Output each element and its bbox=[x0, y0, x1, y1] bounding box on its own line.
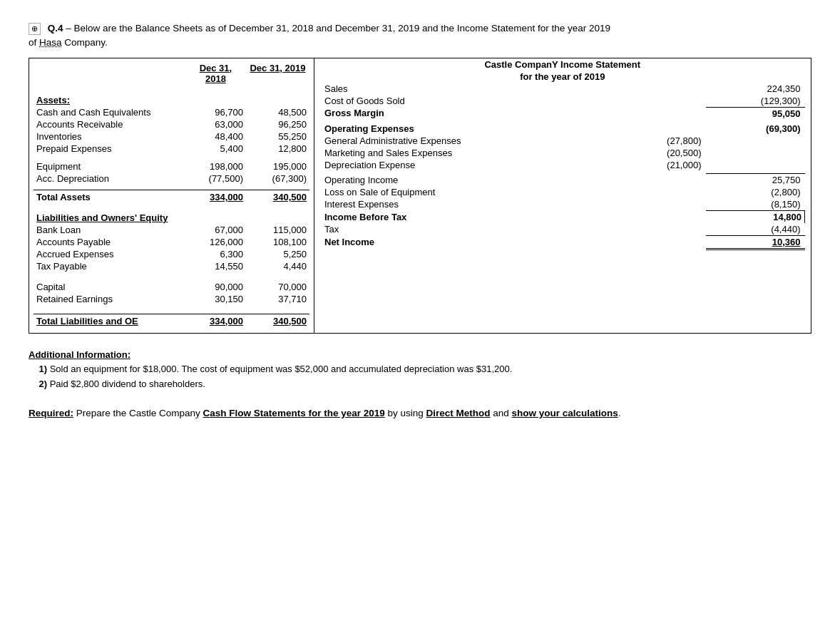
bs-asset-row: Equipment 198,000 195,000 bbox=[34, 160, 309, 173]
bs-header-row: Dec 31, 2018 Dec 31, 2019 bbox=[34, 60, 309, 88]
total-assets-row: Total Assets 334,000 340,500 bbox=[34, 190, 309, 204]
bs-equity-row: Capital 90,000 70,000 bbox=[34, 281, 309, 293]
assets-section-title: Assets: bbox=[34, 94, 309, 106]
bs-liability-row: Accrued Expenses 6,300 5,250 bbox=[34, 248, 309, 260]
income-row-tax: Tax (4,440) bbox=[320, 223, 805, 236]
bs-liability-row: Accounts Payable 126,000 108,100 bbox=[34, 236, 309, 248]
move-icon: ⊕ bbox=[29, 23, 41, 35]
income-row-loss-sale: Loss on Sale of Equipment (2,800) bbox=[320, 186, 805, 198]
bs-equity-row: Retained Earnings 30,150 37,710 bbox=[34, 293, 309, 305]
assets-title-row bbox=[34, 88, 309, 94]
additional-info-title: Additional Information: bbox=[29, 348, 811, 363]
required-section: Required: Prepare the Castle Company Cas… bbox=[29, 406, 811, 421]
additional-info-item-2: 2) Paid $2,800 dividend to shareholders. bbox=[29, 377, 811, 392]
bs-asset-row: Prepaid Expenses 5,400 12,800 bbox=[34, 143, 309, 155]
income-row-operating-income: Operating Income 25,750 bbox=[320, 174, 805, 187]
col-2019-header: Dec 31, 2019 bbox=[250, 63, 305, 73]
income-row-interest: Interest Expenses (8,150) bbox=[320, 198, 805, 211]
income-row-depreciation: Depreciation Expense (21,000) bbox=[320, 159, 805, 171]
additional-info-item-1: 1) Sold an equipment for $18,000. The co… bbox=[29, 362, 811, 377]
income-row-cogs: Cost of Goods Sold (129,300) bbox=[320, 95, 805, 108]
bs-asset-row: Acc. Depreciation (77,500) (67,300) bbox=[34, 173, 309, 185]
bs-liability-row: Bank Loan 67,000 115,000 bbox=[34, 224, 309, 236]
income-row-operating-expenses: Operating Expenses (69,300) bbox=[320, 123, 805, 135]
income-row-net-income: Net Income 10,360 bbox=[320, 236, 805, 249]
income-row-marketing: Marketing and Sales Expenses (20,500) bbox=[320, 147, 805, 159]
balance-sheet-section: Dec 31, 2018 Dec 31, 2019 Assets: Cash a… bbox=[29, 58, 314, 333]
col-2018-header: Dec 31, 2018 bbox=[200, 63, 232, 84]
main-financial-table: Dec 31, 2018 Dec 31, 2019 Assets: Cash a… bbox=[29, 58, 811, 334]
total-liabilities-row: Total Liabilities and OE 334,000 340,500 bbox=[34, 314, 309, 327]
bs-asset-row: Inventories 48,400 55,250 bbox=[34, 130, 309, 143]
income-row-sales: Sales 224,350 bbox=[320, 83, 805, 95]
bs-asset-row: Accounts Receivable 63,000 96,250 bbox=[34, 118, 309, 130]
income-row-gross-margin: Gross Margin 95,050 bbox=[320, 107, 805, 120]
income-subtitle-row: for the year of 2019 bbox=[320, 71, 805, 83]
liabilities-title-row: Liabilities and Owners' Equity bbox=[34, 212, 309, 224]
income-title-row: Castle CompanY Income Statement bbox=[320, 58, 805, 71]
bs-asset-row: Cash and Cash Equivalents 96,700 48,500 bbox=[34, 106, 309, 118]
income-row-gen-admin: General Administrative Expenses (27,800) bbox=[320, 135, 805, 147]
income-statement-section: Castle CompanY Income Statement for the … bbox=[314, 58, 811, 333]
question-text: Q.4 – Below are the Balance Sheets as of… bbox=[29, 23, 610, 48]
bs-liability-row: Tax Payable 14,550 4,440 bbox=[34, 260, 309, 272]
income-row-income-before-tax: Income Before Tax 14,800 bbox=[320, 211, 805, 224]
required-label: Required: bbox=[29, 408, 73, 418]
additional-info-section: Additional Information: 1) Sold an equip… bbox=[29, 348, 811, 392]
